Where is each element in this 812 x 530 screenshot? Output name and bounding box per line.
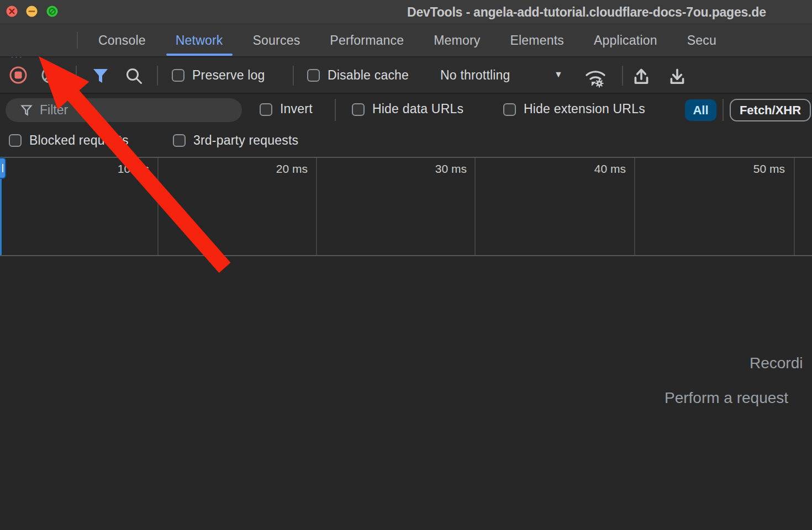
search-icon[interactable]: [125, 67, 144, 86]
network-conditions-icon[interactable]: [583, 65, 608, 88]
toolbar-separator: [622, 66, 623, 86]
tab-elements[interactable]: Elements: [495, 24, 578, 56]
request-type-fetch-xhr-button[interactable]: Fetch/XHR: [730, 99, 811, 121]
filter-toggle-icon[interactable]: [91, 67, 110, 86]
timeline-tick-label: 30 ms: [417, 162, 467, 176]
import-har-icon[interactable]: [631, 66, 651, 86]
network-toolbar: Preserve log Disable cache No throttling…: [0, 57, 812, 94]
timeline-tick-label: 50 ms: [735, 162, 785, 176]
overview-bottom-border: [0, 255, 812, 256]
titlebar: DevTools - angela-add-tutorial.cloudflar…: [0, 0, 812, 24]
grid-line: [474, 158, 476, 255]
fullscreen-disabled-button[interactable]: [46, 6, 58, 17]
minimize-window-button[interactable]: [26, 6, 38, 17]
export-har-icon[interactable]: [667, 66, 687, 86]
tab-security[interactable]: Secu: [672, 24, 731, 56]
chevron-down-icon[interactable]: ▼: [554, 70, 563, 80]
grid-line: [794, 158, 795, 255]
window-title: DevTools - angela-add-tutorial.cloudflar…: [407, 5, 766, 20]
third-party-requests-label: 3rd-party requests: [193, 133, 298, 148]
third-party-requests-checkbox[interactable]: [173, 134, 186, 147]
tab-sources[interactable]: Sources: [238, 24, 315, 56]
hide-data-urls-label: Hide data URLs: [372, 102, 463, 116]
hide-extension-urls-label: Hide extension URLs: [524, 102, 645, 116]
devtools-window: DevTools - angela-add-tutorial.cloudflar…: [0, 0, 812, 530]
hide-extension-urls-checkbox[interactable]: [503, 103, 516, 116]
timeline-tick-label: 10 ms: [99, 162, 149, 176]
tabbar-separator: [77, 32, 78, 49]
grid-line: [157, 158, 159, 255]
toolbar-separator: [293, 66, 294, 86]
tab-application[interactable]: Application: [579, 24, 672, 56]
overview-selection-handle[interactable]: [0, 157, 6, 179]
tab-network[interactable]: Network: [161, 24, 238, 56]
preserve-log-checkbox[interactable]: [172, 69, 184, 82]
close-window-button[interactable]: [6, 6, 18, 17]
network-request-panel: Recordi Perform a request: [0, 257, 812, 530]
empty-state-line1: Recordi: [750, 354, 803, 372]
network-overview-timeline[interactable]: 10 ms 20 ms 30 ms 40 ms 50 ms: [0, 157, 812, 257]
blocked-requests-label: Blocked requests: [29, 133, 129, 148]
disable-cache-checkbox[interactable]: [307, 69, 320, 82]
tab-performance[interactable]: Performance: [315, 24, 419, 56]
tab-memory[interactable]: Memory: [419, 24, 495, 56]
toolbar-separator: [157, 66, 158, 86]
invert-label: Invert: [280, 102, 313, 116]
network-filter-bar-secondary: Blocked requests 3rd-party requests: [0, 126, 812, 157]
filter-input[interactable]: [40, 101, 228, 119]
grid-line: [316, 158, 317, 255]
clear-network-log-icon[interactable]: [40, 65, 60, 85]
timeline-tick-label: 40 ms: [576, 162, 626, 176]
throttling-select[interactable]: No throttling: [440, 57, 510, 93]
empty-state-line2: Perform a request: [665, 389, 788, 407]
network-filter-bar: Invert Hide data URLs Hide extension URL…: [0, 94, 812, 126]
panel-tabs: Console Network Sources Performance Memo…: [83, 24, 731, 56]
tab-console[interactable]: Console: [83, 24, 161, 56]
overview-top-border: [0, 157, 812, 158]
gear-icon: [595, 80, 604, 88]
preserve-log-label: Preserve log: [192, 57, 265, 93]
funnel-icon: [20, 104, 33, 117]
invert-checkbox[interactable]: [260, 103, 272, 116]
record-network-log-icon[interactable]: [8, 65, 28, 85]
timeline-tick-label: 20 ms: [258, 162, 308, 176]
disable-cache-label: Disable cache: [328, 57, 409, 93]
toolbar-separator: [76, 66, 77, 86]
devtools-tabbar: Console Network Sources Performance Memo…: [0, 24, 812, 57]
request-type-all-button[interactable]: All: [685, 99, 716, 121]
hide-data-urls-checkbox[interactable]: [352, 103, 365, 116]
filter-field[interactable]: [6, 98, 242, 122]
grid-line: [634, 158, 635, 255]
filter-separator: [723, 99, 724, 121]
blocked-requests-checkbox[interactable]: [9, 134, 22, 147]
filter-separator: [335, 99, 336, 121]
